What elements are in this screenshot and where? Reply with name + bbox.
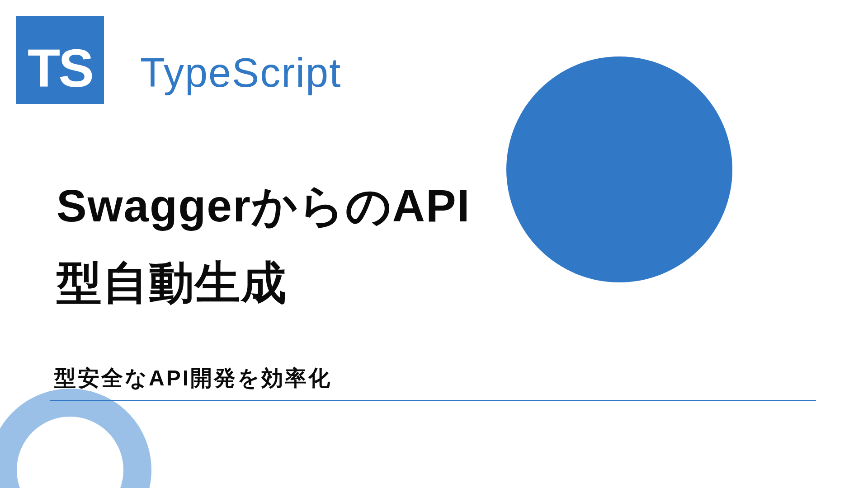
decorative-ring	[0, 389, 151, 488]
decorative-circle-large	[506, 56, 732, 282]
main-title-line1: SwaggerからのAPI	[57, 180, 471, 231]
main-title: SwaggerからのAPI 型自動生成	[57, 167, 471, 321]
header-title: TypeScript	[140, 50, 341, 96]
main-title-line2: 型自動生成	[57, 257, 287, 308]
typescript-logo: TS	[16, 16, 104, 104]
subtitle: 型安全なAPI開発を効率化	[54, 364, 332, 393]
subtitle-underline	[50, 400, 816, 401]
logo-text: TS	[28, 42, 92, 95]
